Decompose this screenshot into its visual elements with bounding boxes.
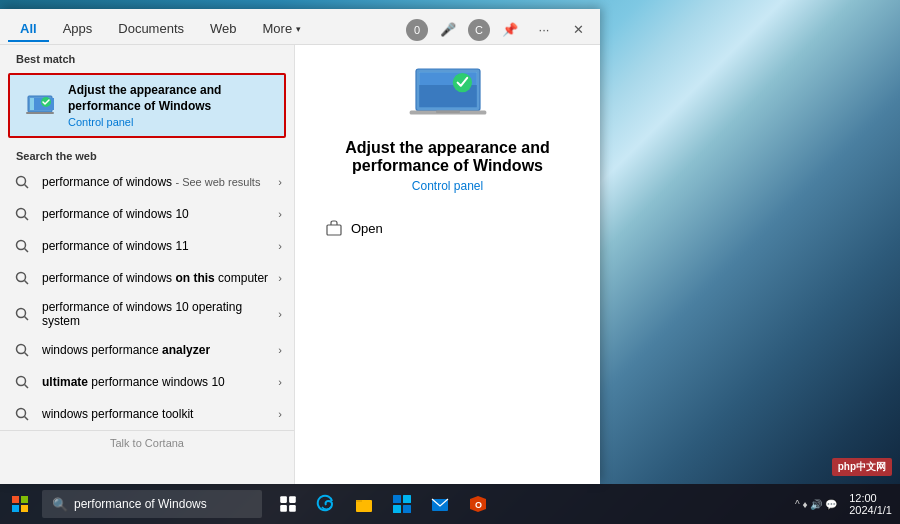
svg-point-15: [17, 345, 26, 354]
result-text: performance of windows 10 operating syst…: [42, 300, 278, 328]
file-explorer-button[interactable]: [348, 488, 380, 520]
search-tabs: All Apps Documents Web More ▾ 0 🎤 C 📌 ··…: [0, 9, 600, 45]
svg-rect-30: [21, 496, 28, 503]
chevron-right-icon: ›: [278, 208, 282, 220]
right-panel: Adjust the appearance and performance of…: [295, 45, 600, 484]
system-tray: ^ ♦ 🔊 💬: [795, 499, 837, 510]
svg-point-17: [17, 377, 26, 386]
svg-rect-32: [21, 505, 28, 512]
list-item[interactable]: windows performance analyzer ›: [0, 334, 294, 366]
svg-line-8: [25, 217, 29, 221]
svg-rect-34: [289, 496, 296, 503]
result-text: performance of windows 10: [42, 207, 278, 221]
result-text: ultimate performance windows 10: [42, 375, 278, 389]
svg-rect-41: [403, 505, 411, 513]
list-item[interactable]: performance of windows 10 ›: [0, 198, 294, 230]
store-button[interactable]: [386, 488, 418, 520]
search-magnify-icon: [12, 340, 32, 360]
circle-button[interactable]: C: [468, 19, 490, 41]
svg-rect-29: [12, 496, 19, 503]
start-button[interactable]: [0, 484, 40, 524]
search-magnify-icon: [12, 372, 32, 392]
svg-line-10: [25, 249, 29, 253]
tab-actions: 0 🎤 C 📌 ··· ✕: [406, 16, 592, 44]
chevron-right-icon: ›: [278, 376, 282, 388]
tab-apps[interactable]: Apps: [51, 17, 105, 42]
right-icon: [408, 65, 488, 129]
svg-line-6: [25, 185, 29, 189]
best-match-subtitle: Control panel: [68, 116, 272, 128]
svg-rect-36: [289, 505, 296, 512]
taskbar-icons: O: [272, 488, 494, 520]
best-match-text: Adjust the appearance and performance of…: [68, 83, 272, 128]
chevron-right-icon: ›: [278, 308, 282, 320]
best-match-item[interactable]: Adjust the appearance and performance of…: [8, 73, 286, 138]
chevron-right-icon: ›: [278, 344, 282, 356]
mic-button[interactable]: 🎤: [434, 16, 462, 44]
svg-line-18: [25, 385, 29, 389]
right-panel-title: Adjust the appearance and performance of…: [315, 139, 580, 175]
best-match-title: Adjust the appearance and performance of…: [68, 83, 272, 114]
svg-rect-31: [12, 505, 19, 512]
chevron-right-icon: ›: [278, 240, 282, 252]
taskbar-search-text: performance of Windows: [74, 497, 207, 511]
close-button[interactable]: ✕: [564, 16, 592, 44]
more-button[interactable]: ···: [530, 16, 558, 44]
svg-point-11: [17, 273, 26, 282]
best-match-icon: [22, 88, 58, 124]
svg-rect-35: [280, 505, 287, 512]
list-item[interactable]: windows performance toolkit ›: [0, 398, 294, 430]
tab-documents[interactable]: Documents: [106, 17, 196, 42]
search-window: All Apps Documents Web More ▾ 0 🎤 C 📌 ··…: [0, 9, 600, 484]
office-button[interactable]: O: [462, 488, 494, 520]
tab-all[interactable]: All: [8, 17, 49, 42]
result-text: performance of windows - See web results: [42, 175, 278, 189]
task-view-button[interactable]: [272, 488, 304, 520]
result-text: windows performance toolkit: [42, 407, 278, 421]
search-magnify-icon: [12, 304, 32, 324]
search-content: Best match: [0, 45, 600, 484]
svg-rect-27: [436, 111, 460, 113]
result-text: performance of windows on this computer: [42, 271, 278, 285]
svg-point-13: [17, 309, 26, 318]
list-item[interactable]: ultimate performance windows 10 ›: [0, 366, 294, 398]
search-magnify-icon: [12, 404, 32, 424]
svg-line-12: [25, 281, 29, 285]
list-item[interactable]: performance of windows - See web results…: [0, 166, 294, 198]
search-web-label: Search the web: [0, 142, 294, 166]
svg-point-5: [17, 177, 26, 186]
taskbar-search-icon: 🔍: [52, 497, 68, 512]
svg-rect-40: [393, 505, 401, 513]
mail-button[interactable]: [424, 488, 456, 520]
svg-rect-3: [26, 112, 54, 114]
tab-more[interactable]: More ▾: [251, 17, 314, 42]
open-action[interactable]: Open: [315, 213, 580, 243]
taskbar-search[interactable]: 🔍 performance of Windows: [42, 490, 262, 518]
search-magnify-icon: [12, 204, 32, 224]
svg-line-16: [25, 353, 29, 357]
cortana-bar: Talk to Cortana: [0, 430, 294, 455]
open-icon: [325, 219, 343, 237]
edge-browser-button[interactable]: [310, 488, 342, 520]
list-item[interactable]: performance of windows 11 ›: [0, 230, 294, 262]
svg-rect-39: [403, 495, 411, 503]
svg-line-20: [25, 417, 29, 421]
desktop: All Apps Documents Web More ▾ 0 🎤 C 📌 ··…: [0, 0, 900, 524]
chevron-right-icon: ›: [278, 272, 282, 284]
svg-rect-28: [327, 225, 341, 235]
tab-web[interactable]: Web: [198, 17, 249, 42]
svg-text:O: O: [475, 500, 482, 510]
list-item[interactable]: performance of windows on this computer …: [0, 262, 294, 294]
pin-button[interactable]: 📌: [496, 16, 524, 44]
watermark: php中文网: [832, 458, 892, 476]
clock: 12:002024/1/1: [849, 492, 892, 516]
list-item[interactable]: performance of windows 10 operating syst…: [0, 294, 294, 334]
search-magnify-icon: [12, 268, 32, 288]
chevron-right-icon: ›: [278, 408, 282, 420]
best-match-label: Best match: [0, 45, 294, 69]
result-text: windows performance analyzer: [42, 343, 278, 357]
result-text: performance of windows 11: [42, 239, 278, 253]
right-panel-subtitle: Control panel: [412, 179, 483, 193]
chevron-right-icon: ›: [278, 176, 282, 188]
svg-point-19: [17, 409, 26, 418]
